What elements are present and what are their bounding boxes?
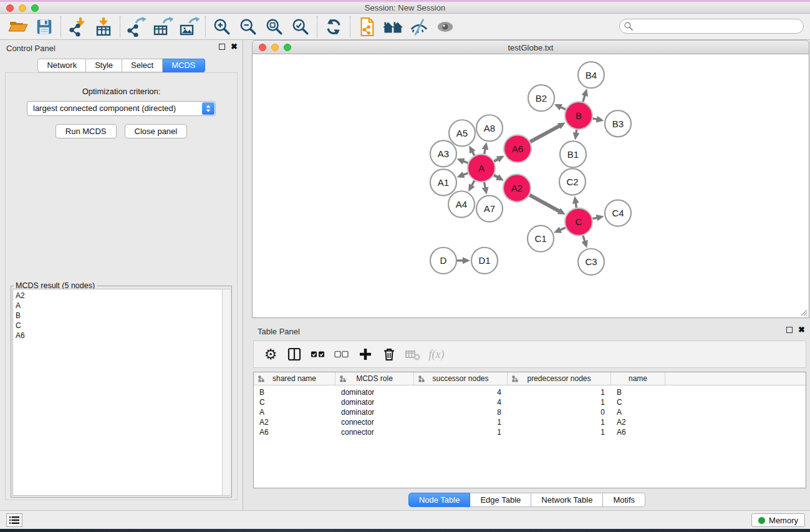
graph-edge-A-A7[interactable] [485, 182, 486, 188]
table-row[interactable]: Bdominator41B [254, 387, 806, 397]
refresh-button[interactable] [321, 16, 347, 38]
mcds-result-item[interactable]: C [16, 321, 229, 331]
result-scrollbar[interactable] [222, 289, 230, 496]
table-cell[interactable]: 8 [414, 407, 508, 417]
tab-select[interactable]: Select [122, 59, 163, 72]
float-table-panel-icon[interactable] [786, 327, 793, 333]
table-cell[interactable]: A2 [254, 417, 335, 427]
graph-edge-C-C1[interactable] [560, 228, 566, 230]
table-cell[interactable]: A6 [611, 427, 665, 437]
table-cell[interactable]: 1 [414, 417, 508, 427]
table-cell[interactable]: B [254, 387, 335, 397]
clear-all-columns-button[interactable] [330, 343, 354, 365]
network-graph[interactable]: B4B2BB3A8A5A6A3B1AA1C2A2A4A7C4CC1C3DD1 [253, 54, 809, 317]
table-cell[interactable]: 1 [414, 427, 508, 437]
graph-edge-A-A2[interactable] [494, 175, 498, 178]
network-canvas[interactable]: B4B2BB3A8A5A6A3B1AA1C2A2A4A7C4CC1C3DD1 [252, 54, 809, 318]
import-table-button[interactable] [90, 16, 117, 38]
graph-edge-C-C3[interactable] [583, 236, 585, 242]
split-columns-button[interactable] [282, 343, 306, 365]
tab-edge-table[interactable]: Edge Table [470, 493, 531, 507]
memory-button[interactable]: Memory [751, 513, 805, 527]
table-cell[interactable]: 1 [508, 397, 611, 407]
column-header-predecessor-nodes[interactable]: predecessor nodes [508, 372, 611, 385]
tab-node-table[interactable]: Node Table [408, 493, 471, 507]
table-cell[interactable]: 4 [414, 387, 508, 397]
graph-edge-A2-C[interactable] [529, 195, 559, 211]
create-column-button[interactable] [354, 343, 377, 365]
graph-edge-B-B4[interactable] [583, 95, 585, 102]
graph-edge-A-A8[interactable] [485, 149, 486, 154]
graph-edge-C-C2[interactable] [576, 203, 576, 208]
table-cell[interactable]: 0 [508, 407, 611, 417]
show-details-button[interactable] [432, 16, 458, 38]
zoom-selected-button[interactable] [287, 16, 314, 38]
close-panel-icon[interactable]: ✖ [231, 44, 238, 50]
zoom-in-button[interactable] [209, 16, 235, 38]
select-stepper-icon[interactable] [202, 102, 215, 115]
houses-button[interactable] [380, 16, 406, 38]
mcds-result-item[interactable]: A [16, 301, 229, 311]
export-network-button[interactable] [123, 16, 150, 38]
network-document-button[interactable] [354, 16, 380, 38]
table-row[interactable]: A6connector11A6 [254, 427, 806, 437]
export-image-button[interactable] [176, 16, 202, 38]
tab-mcds[interactable]: MCDS [163, 59, 205, 72]
graph-edge-A-A6[interactable] [494, 159, 498, 162]
tab-style[interactable]: Style [86, 59, 122, 72]
graph-edge-B-B3[interactable] [593, 118, 597, 120]
table-cell[interactable]: connector [335, 427, 414, 437]
table-cell[interactable]: connector [335, 417, 414, 427]
criterion-select[interactable]: largest connected component (directed) [27, 101, 216, 116]
table-cell[interactable]: C [611, 397, 665, 407]
table-cell[interactable]: 1 [508, 417, 611, 427]
table-cell[interactable]: B [611, 387, 665, 397]
table-row[interactable]: A2connector11A2 [254, 417, 806, 427]
table-cell[interactable]: A [254, 407, 335, 417]
table-cell[interactable]: dominator [335, 387, 414, 397]
close-panel-button[interactable]: Close panel [125, 124, 188, 138]
mcds-result-item[interactable]: A2 [16, 291, 229, 301]
table-cell[interactable]: 1 [508, 387, 611, 397]
export-table-button[interactable] [150, 16, 176, 38]
graph-edge-A-A4[interactable] [471, 181, 475, 186]
table-cell[interactable]: 4 [414, 397, 508, 407]
table-cell[interactable]: dominator [335, 407, 414, 417]
close-table-panel-icon[interactable]: ✖ [798, 327, 805, 333]
graph-edge-A-A5[interactable] [473, 152, 475, 155]
table-row[interactable]: Cdominator41C [254, 397, 806, 407]
open-session-button[interactable] [5, 16, 31, 38]
column-header-MCDS-role[interactable]: MCDS role [335, 372, 414, 385]
graph-edge-A-A3[interactable] [463, 161, 468, 163]
table-cell[interactable]: C [254, 397, 335, 407]
save-session-button[interactable] [31, 16, 57, 38]
select-all-columns-button[interactable] [306, 343, 330, 365]
tab-motifs[interactable]: Motifs [603, 493, 645, 507]
table-cell[interactable]: dominator [335, 397, 414, 407]
table-cell[interactable]: A2 [611, 417, 665, 427]
zoom-out-button[interactable] [235, 16, 261, 38]
resize-grip[interactable] [799, 307, 808, 316]
graph-edge-C-C4[interactable] [593, 218, 597, 219]
tab-network[interactable]: Network [37, 59, 86, 72]
run-mcds-button[interactable]: Run MCDS [55, 124, 117, 138]
mcds-result-list[interactable]: A2ABCA6 [12, 289, 230, 496]
import-network-button[interactable] [64, 16, 90, 38]
column-header-successor-nodes[interactable]: successor nodes [414, 372, 508, 385]
mcds-result-item[interactable]: B [16, 311, 229, 321]
graph-edge-B-B1[interactable] [576, 130, 577, 133]
zoom-fit-button[interactable] [261, 16, 287, 38]
table-cell[interactable]: A6 [254, 427, 335, 437]
hide-details-button[interactable] [406, 16, 432, 38]
task-history-button[interactable] [6, 513, 22, 527]
table-cell[interactable]: A [611, 407, 665, 417]
tab-network-table[interactable]: Network Table [531, 493, 603, 507]
network-window-titlebar[interactable]: testGlobe.txt [252, 40, 809, 54]
graph-edge-A6-B[interactable] [530, 126, 559, 142]
float-panel-icon[interactable] [219, 44, 225, 50]
graph-edge-B-B2[interactable] [561, 107, 566, 110]
graph-edge-A-A1[interactable] [463, 173, 468, 175]
column-header-name[interactable]: name [611, 372, 665, 385]
table-row[interactable]: Adominator80A [254, 407, 806, 417]
table-cell[interactable]: 1 [508, 427, 611, 437]
